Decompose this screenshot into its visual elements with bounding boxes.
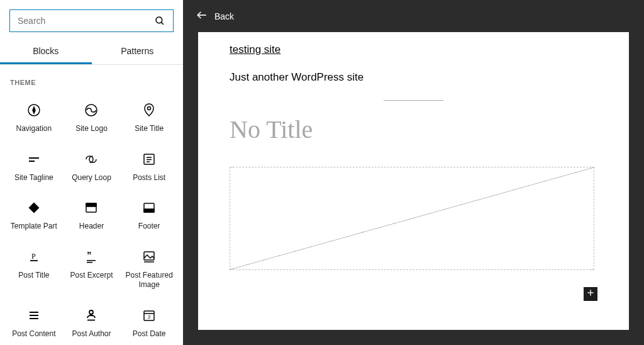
add-block-button[interactable] [584, 287, 597, 301]
back-label: Back [214, 11, 234, 21]
arrow-left-icon [196, 9, 208, 23]
block-item-posts-list[interactable]: Posts List [120, 143, 178, 192]
block-item-post-title[interactable]: PPost Title [5, 240, 63, 299]
header-icon [84, 200, 99, 215]
block-item-post-excerpt[interactable]: ”Post Excerpt [63, 240, 121, 299]
block-label: Footer [138, 222, 160, 232]
site-title-link[interactable]: testing site [230, 43, 597, 56]
block-label: Post Date [133, 329, 166, 339]
block-item-post-author[interactable]: Post Author [63, 299, 121, 345]
block-item-site-title[interactable]: Site Title [120, 94, 178, 143]
block-label: Post Content [12, 329, 55, 339]
svg-point-5 [148, 107, 151, 110]
block-item-template-part[interactable]: Template Part [5, 191, 63, 240]
editor-canvas[interactable]: testing site Just another WordPress site… [198, 32, 629, 330]
plus-icon [586, 288, 596, 300]
block-item-navigation[interactable]: Navigation [5, 94, 63, 143]
block-label: Posts List [133, 173, 165, 183]
block-item-post-date[interactable]: 2Post Date [120, 299, 178, 345]
block-label: Post Featured Image [123, 271, 175, 290]
compass-icon [26, 103, 42, 118]
search-container [0, 0, 183, 40]
inserter-tabs: Blocks Patterns [0, 40, 183, 65]
blocks-panel: THEME NavigationSite LogoSite TitleSite … [0, 65, 183, 345]
post-title-placeholder[interactable]: No Title [230, 115, 597, 144]
svg-text:P: P [31, 252, 36, 261]
block-label: Post Title [18, 271, 49, 281]
search-icon [154, 15, 165, 26]
logo-circle-icon [84, 103, 99, 118]
calendar-icon: 2 [142, 308, 157, 323]
svg-point-0 [156, 17, 162, 23]
block-item-site-logo[interactable]: Site Logo [63, 94, 121, 143]
canvas-wrapper: testing site Just another WordPress site… [183, 32, 644, 345]
block-item-footer[interactable]: Footer [120, 191, 178, 240]
quote-icon: ” [84, 249, 99, 264]
block-label: Template Part [11, 222, 57, 232]
svg-marker-3 [33, 107, 35, 113]
block-item-header[interactable]: Header [63, 191, 121, 240]
featured-image-placeholder[interactable] [230, 167, 594, 270]
search-box[interactable] [9, 9, 174, 32]
svg-rect-21 [87, 262, 92, 263]
block-label: Post Author [72, 329, 111, 339]
editor-topbar: Back [183, 0, 644, 32]
tab-patterns[interactable]: Patterns [92, 40, 184, 64]
tagline-icon [26, 152, 42, 167]
svg-rect-16 [144, 209, 154, 212]
svg-point-27 [89, 310, 93, 314]
loop-icon [84, 152, 99, 167]
svg-rect-22 [144, 252, 154, 260]
block-label: Navigation [16, 124, 52, 134]
block-label: Site Title [135, 124, 164, 134]
block-label: Site Tagline [14, 173, 53, 183]
footer-icon [142, 200, 157, 215]
svg-rect-14 [86, 203, 96, 206]
site-tagline-text: Just another WordPress site [230, 71, 597, 84]
block-item-site-tagline[interactable]: Site Tagline [5, 143, 63, 192]
back-button[interactable]: Back [196, 9, 234, 23]
post-content-icon [26, 308, 42, 323]
featured-image-icon [142, 249, 157, 264]
search-input[interactable] [18, 16, 154, 26]
editor-main: Back testing site Just another WordPress… [183, 0, 644, 345]
block-label: Header [79, 222, 104, 232]
svg-line-1 [162, 23, 164, 25]
block-inserter-sidebar: Blocks Patterns THEME NavigationSite Log… [0, 0, 183, 345]
svg-rect-20 [87, 260, 96, 261]
block-label: Query Loop [72, 173, 111, 183]
divider [384, 100, 443, 101]
block-label: Site Logo [75, 124, 108, 134]
posts-list-icon [142, 152, 157, 167]
author-icon [84, 308, 99, 323]
block-item-post-content[interactable]: Post Content [5, 299, 63, 345]
svg-rect-12 [28, 203, 39, 213]
block-item-query-loop[interactable]: Query Loop [63, 143, 121, 192]
svg-text:”: ” [87, 249, 92, 260]
block-label: Post Excerpt [70, 271, 113, 281]
template-part-icon [26, 200, 42, 215]
section-title-theme: THEME [5, 65, 178, 94]
block-grid: NavigationSite LogoSite TitleSite Taglin… [5, 94, 178, 345]
map-pin-icon [142, 103, 157, 118]
svg-text:2: 2 [148, 314, 151, 320]
tab-blocks[interactable]: Blocks [0, 40, 92, 64]
block-item-post-featured-image[interactable]: Post Featured Image [120, 240, 178, 299]
post-title-icon: P [26, 249, 42, 264]
